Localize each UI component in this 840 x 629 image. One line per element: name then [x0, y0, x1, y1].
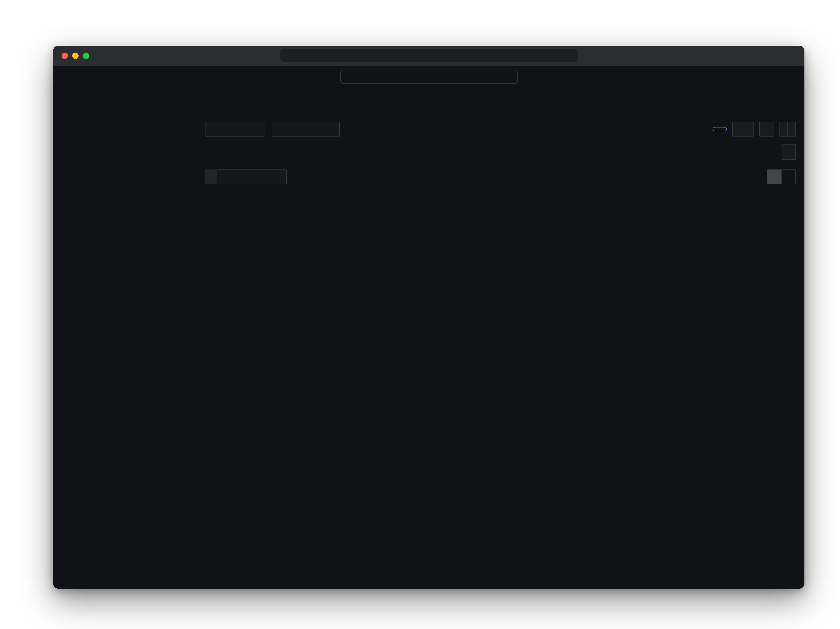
refresh-button[interactable] [780, 122, 788, 136]
minimize-window-button[interactable] [72, 52, 79, 59]
grid-view-button[interactable] [767, 170, 781, 184]
field-filter-select[interactable] [216, 169, 287, 184]
datasource-select[interactable] [205, 122, 264, 136]
traffic-lights [62, 52, 89, 59]
open-in-explore-button[interactable] [782, 144, 796, 160]
search-input[interactable] [340, 70, 518, 84]
close-window-button[interactable] [62, 52, 68, 59]
browser-window [53, 46, 804, 589]
refresh-interval-dropdown[interactable] [788, 122, 796, 136]
grafana-topbar [53, 66, 804, 88]
field-label [205, 169, 216, 184]
field-panels-grid [205, 190, 796, 589]
zoom-out-time-button[interactable] [759, 122, 774, 136]
time-range-picker[interactable] [732, 122, 754, 136]
stage [0, 0, 840, 629]
zoom-window-button[interactable] [83, 52, 89, 59]
breadcrumb-bar [53, 88, 804, 106]
preview-badge [712, 127, 727, 131]
view-toggle [767, 169, 796, 184]
address-bar[interactable] [280, 49, 578, 62]
rows-view-button[interactable] [781, 170, 796, 184]
nav-sidebar [53, 106, 196, 589]
service-select[interactable] [272, 122, 340, 136]
browser-titlebar [53, 46, 804, 66]
refresh-button-group[interactable] [780, 122, 796, 136]
main-content [196, 106, 804, 589]
